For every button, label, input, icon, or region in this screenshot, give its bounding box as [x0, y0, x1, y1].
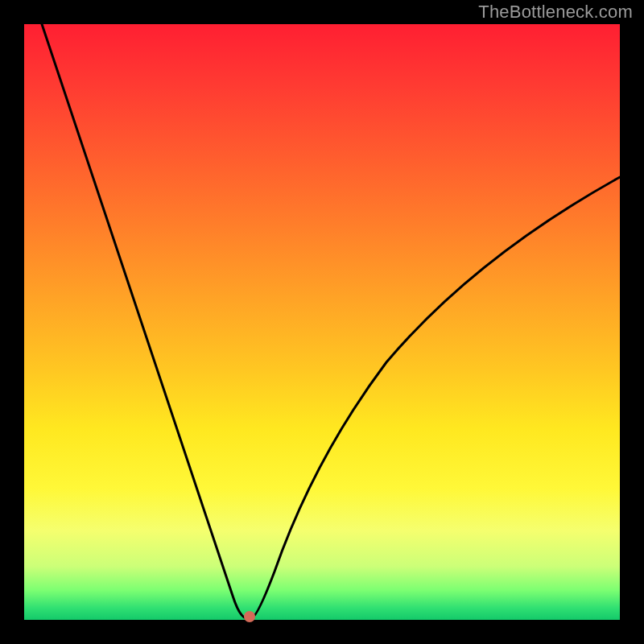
chart-frame: TheBottleneck.com [0, 0, 644, 644]
curve-layer [24, 24, 620, 620]
bottleneck-curve [42, 24, 620, 618]
plot-area [24, 24, 620, 620]
watermark-text: TheBottleneck.com [478, 2, 633, 23]
minimum-marker [244, 611, 255, 622]
